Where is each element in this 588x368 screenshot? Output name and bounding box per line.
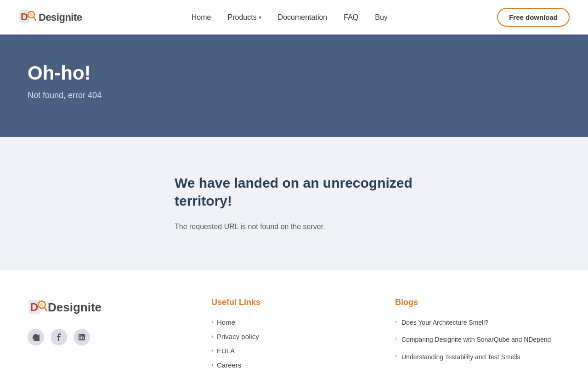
svg-text:D: D (21, 11, 28, 23)
nav-products[interactable]: Products ▾ (228, 13, 261, 22)
content-heading: We have landed on an unrecognized territ… (175, 174, 413, 210)
chevron-right-icon: › (211, 319, 213, 325)
nav-buy[interactable]: Buy (375, 13, 388, 22)
footer-inner: D Designite Useful L (28, 298, 560, 368)
nav-links: Home Products ▾ Documentation FAQ Buy (192, 13, 388, 22)
blog-link-2: › Comparing Designite with SonarQube and… (395, 335, 560, 345)
twitter-icon[interactable] (28, 329, 44, 345)
hero-subtitle: Not found, error 404 (28, 91, 560, 100)
footer-logo: D Designite (28, 298, 193, 318)
svg-text:D: D (30, 300, 38, 313)
useful-links-title: Useful Links (211, 298, 377, 307)
chevron-down-icon: ▾ (259, 14, 261, 21)
social-icons (28, 329, 193, 345)
nav-faq[interactable]: FAQ (344, 13, 358, 22)
navbar: D Designite Home Products ▾ Documentatio… (0, 0, 588, 34)
footer-logo-text: Designite (48, 300, 102, 315)
useful-links-list: › Home › Privacy policy › EULA › Careers (211, 318, 377, 368)
svg-point-9 (40, 303, 44, 306)
logo-icon: D (18, 8, 37, 27)
hero-banner: Oh-ho! Not found, error 404 (0, 34, 588, 137)
footer: D Designite Useful L (0, 270, 588, 368)
hero-title: Oh-ho! (28, 62, 560, 84)
nav-home[interactable]: Home (192, 13, 211, 22)
svg-line-3 (34, 17, 36, 20)
useful-link-eula: › EULA (211, 347, 377, 355)
logo-link[interactable]: D Designite (18, 8, 82, 27)
logo-text: Designite (39, 12, 82, 23)
svg-point-4 (30, 13, 33, 16)
footer-logo-section: D Designite (28, 298, 193, 368)
facebook-icon[interactable] (51, 329, 67, 345)
chevron-right-icon: › (395, 318, 397, 325)
content-box: We have landed on an unrecognized territ… (175, 174, 413, 233)
svg-line-8 (44, 307, 47, 310)
blogs-title: Blogs (395, 298, 560, 307)
chevron-right-icon: › (211, 347, 213, 354)
footer-blogs: Blogs › Does Your Architecture Smell? › … (395, 298, 560, 368)
useful-link-privacy: › Privacy policy (211, 333, 377, 340)
footer-useful-links: Useful Links › Home › Privacy policy › E… (211, 298, 377, 368)
chevron-right-icon: › (395, 335, 397, 342)
blog-links-list: › Does Your Architecture Smell? › Compar… (395, 318, 560, 362)
chevron-right-icon: › (211, 362, 213, 368)
useful-link-careers: › Careers (211, 361, 377, 368)
chevron-right-icon: › (395, 353, 397, 359)
chevron-right-icon: › (211, 333, 213, 339)
blog-link-1: › Does Your Architecture Smell? (395, 318, 560, 328)
content-body: The requested URL is not found on the se… (175, 221, 413, 233)
free-download-button[interactable]: Free download (497, 8, 570, 27)
useful-link-home: › Home (211, 318, 377, 326)
nav-documentation[interactable]: Documentation (278, 13, 328, 22)
footer-logo-icon: D (28, 298, 48, 318)
linkedin-icon[interactable] (74, 329, 90, 345)
blog-link-3: › Understanding Testability and Test Sme… (395, 353, 560, 362)
main-content: We have landed on an unrecognized territ… (0, 137, 588, 270)
